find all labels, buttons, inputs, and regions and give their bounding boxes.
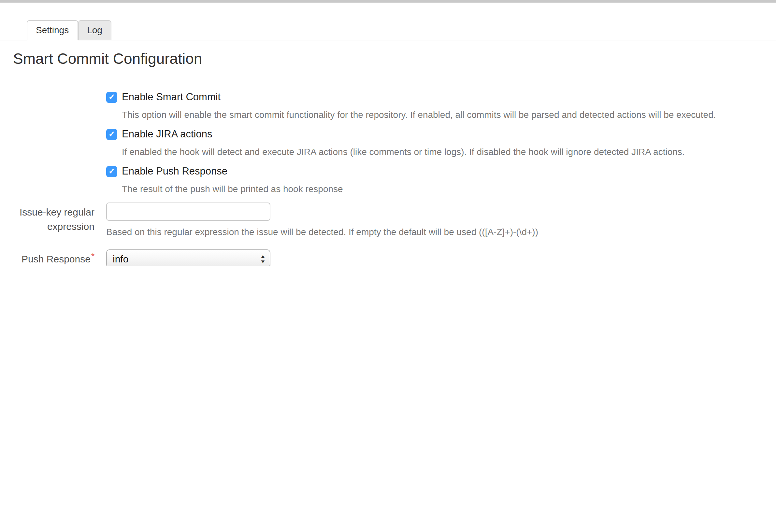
- enable-push-response-checkbox[interactable]: ✓: [106, 166, 117, 177]
- tab-log[interactable]: Log: [78, 20, 112, 40]
- spacer-label: [0, 128, 106, 166]
- issue-key-regex-input[interactable]: [106, 203, 270, 221]
- page-title: Smart Commit Configuration: [13, 50, 776, 68]
- checkmark-icon: ✓: [109, 93, 115, 101]
- enable-smart-commit-checkbox[interactable]: ✓: [106, 91, 117, 102]
- smart-commit-form: ✓ Enable Smart Commit This option will e…: [0, 91, 776, 266]
- tab-settings[interactable]: Settings: [27, 20, 78, 40]
- arrow-up-icon: ▲: [260, 254, 265, 258]
- enable-smart-commit-help: This option will enable the smart commit…: [122, 109, 776, 120]
- issue-key-regex-label: Issue-key regular expression: [0, 203, 106, 249]
- tab-bar: Settings Log: [0, 20, 776, 40]
- top-window-edge: [0, 0, 776, 3]
- select-stepper-icon: ▲ ▼: [261, 254, 265, 263]
- required-marker: *: [91, 251, 94, 261]
- push-response-level-label: Push Response* Level: [0, 249, 106, 266]
- enable-smart-commit-label: Enable Smart Commit: [122, 91, 221, 103]
- arrow-down-icon: ▼: [260, 259, 265, 263]
- enable-jira-actions-help: If enabled the hook will detect and exec…: [122, 147, 776, 157]
- smart-commit-configuration-page: Settings Log Smart Commit Configuration …: [0, 0, 776, 266]
- spacer-label: [0, 91, 106, 128]
- enable-push-response-help: The result of the push will be printed a…: [122, 184, 776, 194]
- checkmark-icon: ✓: [109, 130, 115, 138]
- enable-push-response-label: Enable Push Response: [122, 166, 227, 177]
- spacer-label: [0, 166, 106, 203]
- enable-jira-actions-checkbox[interactable]: ✓: [106, 128, 117, 140]
- checkmark-icon: ✓: [109, 167, 115, 175]
- push-response-level-select[interactable]: info ▲ ▼: [106, 249, 270, 266]
- select-selected-value: info: [113, 253, 128, 264]
- issue-key-regex-help: Based on this regular expression the iss…: [106, 227, 776, 237]
- enable-jira-actions-label: Enable JIRA actions: [122, 128, 212, 140]
